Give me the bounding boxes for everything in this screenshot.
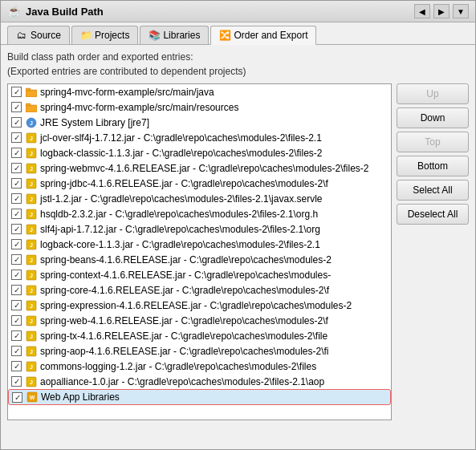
svg-text:J: J [30,120,33,126]
folder-icon [25,101,38,114]
svg-text:J: J [30,349,33,355]
svg-text:J: J [30,334,33,339]
select-all-button[interactable]: Select All [397,180,469,201]
list-item-checkbox[interactable] [11,300,22,310]
svg-text:J: J [30,257,33,263]
jar-icon: J [25,284,38,297]
list-item-text: spring-aop-4.1.6.RELEASE.jar - C:\gradle… [40,346,329,357]
list-item[interactable]: Jspring-beans-4.1.6.RELEASE.jar - C:\gra… [8,252,391,267]
folder-icon [25,86,38,99]
tab-source[interactable]: 🗂 Source [7,26,70,44]
list-item-text: spring4-mvc-form-example/src/main/resour… [40,102,238,113]
svg-text:J: J [30,318,33,324]
java-build-path-window: ☕ Java Build Path ◀ ▶ ▼ 🗂 Source 📁 Proje… [0,0,476,450]
list-item[interactable]: Jspring-tx-4.1.6.RELEASE.jar - C:\gradle… [8,328,391,343]
forward-button[interactable]: ▶ [433,4,450,18]
list-item[interactable]: Jjstl-1.2.jar - C:\gradle\repo\caches\mo… [8,191,391,206]
jar-icon: J [25,223,38,236]
list-item-checkbox[interactable] [11,376,22,387]
list-item-text: JRE System Library [jre7] [40,117,149,128]
window-title: Java Build Path [26,6,104,18]
svg-text:J: J [30,364,33,370]
list-item[interactable]: Jspring-expression-4.1.6.RELEASE.jar - C… [8,298,391,313]
list-item-checkbox[interactable] [11,330,22,341]
tabs-bar: 🗂 Source 📁 Projects 📚 Libraries 🔀 Order … [1,22,475,45]
list-item-checkbox[interactable] [12,392,22,403]
tab-projects[interactable]: 📁 Projects [71,26,138,44]
list-item[interactable]: Jspring-core-4.1.6.RELEASE.jar - C:\grad… [8,282,391,298]
list-item[interactable]: spring4-mvc-form-example/src/main/resour… [8,99,391,115]
list-item-checkbox[interactable] [11,193,22,204]
list-item[interactable]: Jspring-webmvc-4.1.6.RELEASE.jar - C:\gr… [8,160,391,176]
list-item-checkbox[interactable] [11,87,22,97]
list-item[interactable]: Jhsqldb-2.3.2.jar - C:\gradle\repo\cache… [8,206,391,221]
list-item-checkbox[interactable] [11,132,22,143]
list-item-checkbox[interactable] [11,117,22,128]
jar-icon: J [25,193,38,205]
list-item-text: spring4-mvc-form-example/src/main/java [40,87,214,98]
list-item-checkbox[interactable] [11,148,22,158]
build-path-list[interactable]: spring4-mvc-form-example/src/main/javasp… [7,83,392,420]
jar-icon: J [25,147,38,160]
down-button[interactable]: Down [397,107,469,128]
list-item[interactable]: Jspring-context-4.1.6.RELEASE.jar - C:\g… [8,267,391,282]
up-button[interactable]: Up [397,83,469,104]
svg-text:J: J [30,303,33,309]
list-item[interactable]: Jspring-web-4.1.6.RELEASE.jar - C:\gradl… [8,313,391,328]
list-item[interactable]: Jaopalliance-1.0.jar - C:\gradle\repo\ca… [8,374,391,389]
menu-button[interactable]: ▼ [453,4,469,18]
order-tab-icon: 🔀 [219,30,230,41]
list-item-text: aopalliance-1.0.jar - C:\gradle\repo\cac… [40,376,324,387]
tab-libraries[interactable]: 📚 Libraries [140,26,209,44]
list-item-checkbox[interactable] [11,270,22,280]
top-button[interactable]: Top [397,132,469,152]
list-item-checkbox[interactable] [11,346,22,356]
tab-order-export[interactable]: 🔀 Order and Export [210,26,316,45]
jar-icon: J [25,299,38,312]
list-item-checkbox[interactable] [11,254,22,265]
bottom-button[interactable]: Bottom [397,156,469,176]
list-item-text: spring-webmvc-4.1.6.RELEASE.jar - C:\gra… [40,163,369,174]
list-item-checkbox[interactable] [11,178,22,189]
list-item-text: spring-context-4.1.6.RELEASE.jar - C:\gr… [40,270,331,281]
list-item[interactable]: Jlogback-core-1.1.3.jar - C:\gradle\repo… [8,237,391,252]
description-line2: (Exported entries are contributed to dep… [7,64,469,79]
svg-text:J: J [30,242,33,248]
list-item[interactable]: spring4-mvc-form-example/src/main/java [8,84,391,99]
list-item-checkbox[interactable] [11,163,22,173]
list-item-checkbox[interactable] [11,209,22,219]
list-item-text: spring-tx-4.1.6.RELEASE.jar - C:\gradle\… [40,330,328,342]
jar-icon: J [25,208,38,221]
list-item[interactable]: JJRE System Library [jre7] [8,115,391,130]
jar-icon: J [25,360,38,373]
jar-icon: J [25,314,38,327]
libraries-tab-icon: 📚 [148,30,160,41]
list-item-checkbox[interactable] [11,361,22,371]
back-button[interactable]: ◀ [414,4,430,18]
list-item-text: spring-jdbc-4.1.6.RELEASE.jar - C:\gradl… [40,178,328,189]
list-item-checkbox[interactable] [11,239,22,249]
list-item[interactable]: Jjcl-over-slf4j-1.7.12.jar - C:\gradle\r… [8,130,391,145]
svg-text:J: J [30,227,33,233]
list-item-text: Web App Libraries [41,391,120,403]
main-area: spring4-mvc-form-example/src/main/javasp… [7,83,469,420]
jar-icon: J [25,253,38,266]
title-bar-left: ☕ Java Build Path [7,5,104,18]
jar-icon: J [25,375,38,388]
list-item-text: jcl-over-slf4j-1.7.12.jar - C:\gradle\re… [40,132,322,144]
list-item-checkbox[interactable] [11,102,22,112]
list-item[interactable]: Jspring-jdbc-4.1.6.RELEASE.jar - C:\grad… [8,176,391,191]
list-item[interactable]: Jcommons-logging-1.2.jar - C:\gradle\rep… [8,359,391,374]
svg-rect-2 [26,105,37,112]
list-item-text: hsqldb-2.3.2.jar - C:\gradle\repo\caches… [40,209,318,220]
list-item[interactable]: WWeb App Libraries [8,389,391,405]
list-item[interactable]: Jspring-aop-4.1.6.RELEASE.jar - C:\gradl… [8,343,391,359]
list-item[interactable]: Jlogback-classic-1.1.3.jar - C:\gradle\r… [8,145,391,160]
list-item-checkbox[interactable] [11,285,22,295]
list-item-checkbox[interactable] [11,315,22,326]
list-item-text: spring-beans-4.1.6.RELEASE.jar - C:\grad… [40,254,332,266]
projects-tab-icon: 📁 [80,30,92,41]
deselect-all-button[interactable]: Deselect All [397,204,469,225]
list-item[interactable]: Jslf4j-api-1.7.12.jar - C:\gradle\repo\c… [8,221,391,237]
list-item-checkbox[interactable] [11,224,22,234]
